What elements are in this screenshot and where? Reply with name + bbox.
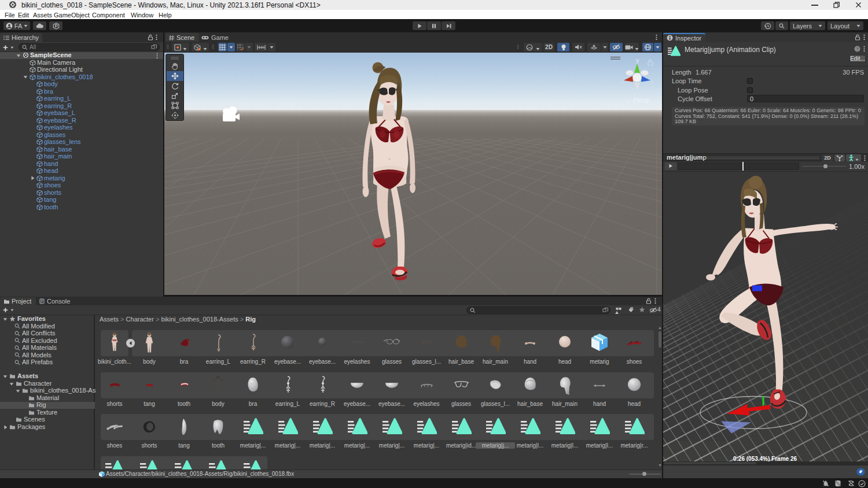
svg-text:← Persp: ← Persp bbox=[625, 97, 650, 103]
svg-text:x: x bbox=[621, 79, 624, 85]
svg-text:?: ? bbox=[856, 46, 859, 51]
svg-text:0:26 (053.4%) Frame 26: 0:26 (053.4%) Frame 26 bbox=[733, 455, 797, 461]
svg-text:y: y bbox=[636, 57, 639, 64]
svg-text:z: z bbox=[651, 79, 654, 85]
